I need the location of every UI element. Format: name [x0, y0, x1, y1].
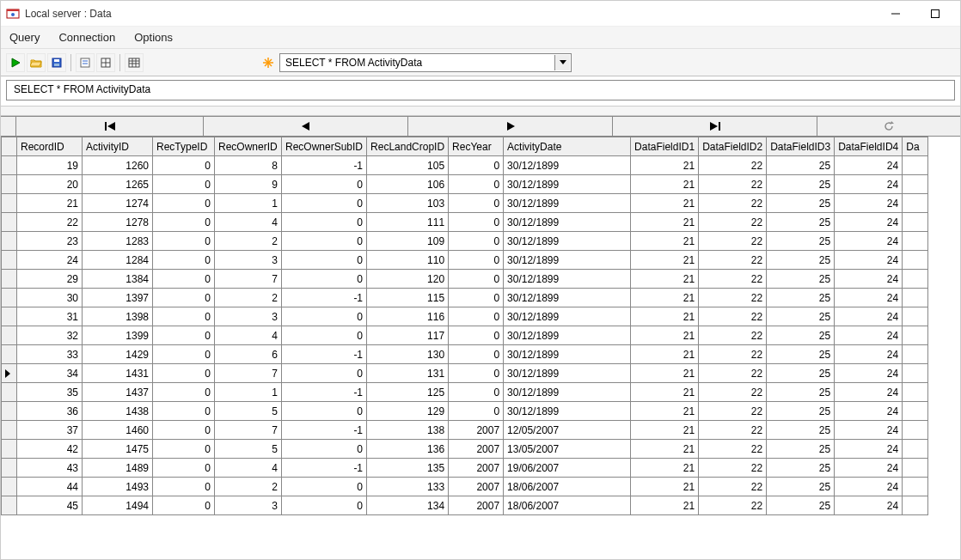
cell[interactable]: 0 [449, 326, 504, 345]
cell[interactable]: 13/05/2007 [504, 440, 631, 459]
cell[interactable]: 30/12/1899 [504, 364, 631, 383]
cell[interactable]: 0 [282, 496, 367, 515]
cell[interactable]: 45 [17, 496, 83, 515]
cell[interactable]: 1 [215, 383, 282, 402]
cell[interactable]: 0 [282, 440, 367, 459]
cell[interactable]: 1431 [83, 364, 153, 383]
query-text-display[interactable]: SELECT * FROM ActivityData [6, 80, 955, 100]
cell[interactable]: 24 [835, 496, 903, 515]
cell[interactable]: 25 [767, 421, 835, 440]
cell[interactable]: 25 [767, 478, 835, 496]
cell[interactable]: 0 [153, 421, 215, 440]
cell[interactable]: 116 [367, 307, 449, 326]
cell[interactable]: 43 [17, 459, 83, 478]
row-selector[interactable] [2, 402, 17, 421]
data-grid[interactable]: RecordIDActivityIDRecTypeIDRecOwnerIDRec… [1, 137, 928, 515]
open-button[interactable] [27, 53, 46, 72]
cell[interactable]: 18/06/2007 [504, 496, 631, 515]
cell[interactable]: 35 [17, 383, 83, 402]
cell[interactable]: 0 [282, 175, 367, 194]
cell[interactable] [903, 194, 928, 213]
cell[interactable]: 0 [153, 232, 215, 251]
cell[interactable]: 1265 [83, 175, 153, 194]
cell[interactable]: 0 [153, 156, 215, 175]
table-row[interactable]: 341431070131030/12/189921222524 [2, 364, 928, 383]
table-row[interactable]: 33142906-1130030/12/189921222524 [2, 345, 928, 364]
cell[interactable]: 3 [215, 496, 282, 515]
cell[interactable]: 25 [767, 307, 835, 326]
row-selector[interactable] [2, 421, 17, 440]
cell[interactable]: 21 [631, 194, 699, 213]
cell[interactable]: 1398 [83, 307, 153, 326]
cell[interactable]: 131 [367, 364, 449, 383]
cell[interactable]: 21 [631, 289, 699, 307]
cell[interactable]: 21 [631, 156, 699, 175]
cell[interactable]: 34 [17, 364, 83, 383]
cell[interactable]: 0 [449, 156, 504, 175]
maximize-button[interactable] [915, 1, 955, 27]
cell[interactable]: 30/12/1899 [504, 232, 631, 251]
row-selector[interactable] [2, 175, 17, 194]
cell[interactable]: 0 [449, 213, 504, 232]
cell[interactable]: 25 [767, 345, 835, 364]
cell[interactable]: 1489 [83, 459, 153, 478]
cell[interactable]: 22 [699, 175, 767, 194]
cell[interactable]: 1493 [83, 478, 153, 496]
cell[interactable]: 31 [17, 307, 83, 326]
row-selector[interactable] [2, 289, 17, 307]
cell[interactable]: 0 [282, 364, 367, 383]
cell[interactable]: 25 [767, 364, 835, 383]
cell[interactable]: 30/12/1899 [504, 307, 631, 326]
table-row[interactable]: 201265090106030/12/189921222524 [2, 175, 928, 194]
table-button[interactable] [125, 53, 144, 72]
cell[interactable]: 0 [282, 251, 367, 270]
cell[interactable]: 25 [767, 175, 835, 194]
cell[interactable]: 24 [835, 421, 903, 440]
cell[interactable]: 21 [631, 232, 699, 251]
cell[interactable]: 22 [699, 289, 767, 307]
cell[interactable]: 0 [282, 270, 367, 289]
cell[interactable]: 129 [367, 402, 449, 421]
cell[interactable]: 7 [215, 421, 282, 440]
cell[interactable]: 22 [699, 364, 767, 383]
cell[interactable]: 30/12/1899 [504, 289, 631, 307]
cell[interactable]: 25 [767, 326, 835, 345]
cell[interactable]: 24 [835, 232, 903, 251]
cell[interactable]: 1397 [83, 289, 153, 307]
cell[interactable]: 0 [449, 232, 504, 251]
cell[interactable] [903, 213, 928, 232]
column-header[interactable]: RecOwnerSubID [282, 137, 367, 156]
cell[interactable]: 30/12/1899 [504, 402, 631, 421]
cell[interactable]: 0 [153, 459, 215, 478]
cell[interactable]: 3 [215, 251, 282, 270]
cell[interactable]: 1274 [83, 194, 153, 213]
cell[interactable]: 25 [767, 402, 835, 421]
cell[interactable]: 29 [17, 270, 83, 289]
cell[interactable] [903, 459, 928, 478]
row-selector[interactable] [2, 232, 17, 251]
cell[interactable]: 24 [835, 459, 903, 478]
cell[interactable]: 3 [215, 307, 282, 326]
cell[interactable]: 24 [17, 251, 83, 270]
cell[interactable]: 21 [631, 421, 699, 440]
nav-first-button[interactable] [16, 117, 204, 136]
cell[interactable]: 21 [631, 383, 699, 402]
table-row[interactable]: 451494030134200718/06/200721222524 [2, 496, 928, 515]
column-header[interactable]: Da [903, 137, 928, 156]
cell[interactable]: 22 [699, 459, 767, 478]
cell[interactable]: 21 [631, 326, 699, 345]
nav-last-button[interactable] [613, 117, 817, 136]
cell[interactable]: 30/12/1899 [504, 213, 631, 232]
table-row[interactable]: 211274010103030/12/189921222524 [2, 194, 928, 213]
cell[interactable]: 7 [215, 364, 282, 383]
menu-query[interactable]: Query [6, 28, 43, 46]
cell[interactable]: 111 [367, 213, 449, 232]
cell[interactable]: 0 [449, 289, 504, 307]
cell[interactable]: -1 [282, 421, 367, 440]
cell[interactable] [903, 383, 928, 402]
nav-refresh-button[interactable] [817, 117, 960, 136]
cell[interactable]: 0 [282, 326, 367, 345]
cell[interactable]: 0 [449, 402, 504, 421]
data-grid-scroll[interactable]: RecordIDActivityIDRecTypeIDRecOwnerIDRec… [1, 137, 960, 560]
cell[interactable]: 21 [631, 213, 699, 232]
